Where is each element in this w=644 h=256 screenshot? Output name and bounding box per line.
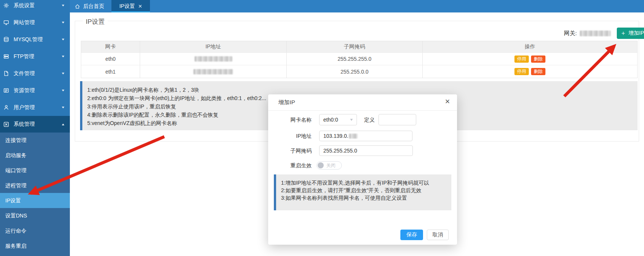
add-ip-button[interactable]: ＋ 增加IP [617,28,644,39]
custom-input[interactable] [378,114,416,125]
ip-last-octet-redacted [349,134,358,139]
home-icon [75,4,80,9]
database-icon [3,37,9,43]
save-button[interactable]: 保存 [400,230,423,240]
note-line: 3:如果网卡名称列表找所用网卡名，可使用自定义设置 [281,194,451,202]
subnet-mask-label: 子网掩码 [268,148,312,154]
table-row: eth1 255.255.0.0 停用 删除 [81,65,637,78]
note-line: 1:增加IP地址不用设置网关,选择网卡后，有IP和子网掩码就可以 [281,179,451,187]
nic-name-label: 网卡名称 [268,117,312,123]
gateway-row: 网关: [564,30,611,37]
sidebar-item-file-manage[interactable]: 文件管理 ▼ [0,65,70,82]
file-icon [3,71,9,77]
mask-cell: 255.255.255.0 [287,53,423,65]
active-tab-underline [111,11,150,12]
ip-address-label: IP地址 [268,133,312,140]
chevron-down-icon: ▼ [61,38,65,41]
chevron-down-icon: ▼ [349,118,354,122]
delete-button[interactable]: 删除 [531,68,545,75]
sidebar-subitem-connection-manage[interactable]: 连接管理 [0,133,70,148]
table-row: eth0 255.255.255.0 停用 删除 [81,52,637,65]
chevron-down-icon: ▼ [61,21,65,24]
monitor-icon [3,20,9,26]
chevron-down-icon: ▼ [61,4,65,7]
nic-name-select-value: eth0:0 [323,117,338,123]
sidebar-subitem-dns-settings[interactable]: 设置DNS [0,208,70,223]
ip-address-input[interactable]: 103.139.0. [319,131,412,141]
nic-cell: eth0 [81,53,140,65]
dialog-help-notes: 1:增加IP地址不用设置网关,选择网卡后，有IP和子网掩码就可以 2:如要重启后… [274,174,451,210]
note-line: 1:eth(0/1/2)是Linux的网卡名称，为第1，2，3块 [87,86,638,94]
tab-home-label: 后台首页 [83,3,104,10]
ip-table: 网卡 IP地址 子网掩码 操作 eth0 255.255.255.0 停用 删除… [81,41,638,78]
add-ip-dialog: 增加IP × 网卡名称 eth0:0 ▼ 定义 IP地址 103.139.0. … [268,94,457,245]
actions-cell: 停用 删除 [423,53,637,65]
gateway-value-redacted [580,31,611,36]
sidebar-item-system-manage[interactable]: 系统管理 ▲ [0,116,70,133]
subnet-mask-input[interactable] [319,145,413,156]
tab-home[interactable]: 后台首页 [75,0,104,12]
close-icon[interactable]: × [138,3,142,9]
toggle-state-label: 关闭 [326,162,335,169]
tab-bar: 后台首页 IP设置 × [70,0,644,12]
sidebar-item-label: 用户管理 [14,104,62,111]
sidebar-subitem-process-manage[interactable]: 进程管理 [0,178,70,193]
custom-label: 定义 [359,117,375,123]
sidebar-item-label: MYSQL管理 [14,36,62,43]
sidebar-subitem-run-command[interactable]: 运行命令 [0,223,70,238]
actions-cell: 停用 删除 [423,65,637,78]
sidebar-item-label: 文件管理 [14,70,62,77]
plus-icon: ＋ [620,30,626,36]
table-header-row: 网卡 IP地址 子网掩码 操作 [81,41,637,52]
column-header-ip: IP地址 [140,41,287,52]
sidebar-item-label: 网站管理 [14,19,62,26]
close-icon[interactable]: × [445,97,450,106]
tools-icon [3,121,9,127]
nic-name-select[interactable]: eth0:0 ▼ [319,114,357,125]
gear-icon [3,3,9,9]
sidebar-item-resource-manage[interactable]: 资源管理 ▼ [0,82,70,99]
ip-address-value: 103.139.0. [323,133,348,139]
nic-cell: eth1 [81,65,140,78]
cancel-button[interactable]: 取消 [427,230,449,240]
sidebar-item-ftp-manage[interactable]: FTP管理 ▼ [0,48,70,65]
dialog-header [268,94,457,111]
user-icon [3,105,9,111]
chevron-down-icon: ▼ [61,106,65,109]
add-ip-button-label: 增加IP [629,30,644,37]
ip-cell [140,65,287,78]
app: 系统设置 ▼ 网站管理 ▼ MYSQL管理 ▼ [0,0,644,256]
sidebar-item-system-settings[interactable]: 系统设置 ▼ [0,0,70,14]
tab-ip-settings[interactable]: IP设置 × [111,0,150,12]
chevron-down-icon: ▼ [61,89,65,92]
sidebar-item-label: FTP管理 [14,53,62,60]
chevron-down-icon: ▼ [61,55,65,58]
toggle-knob [318,162,324,168]
list-icon [3,88,9,94]
column-header-mask: 子网掩码 [287,41,423,52]
restart-toggle[interactable]: 关闭 [317,161,342,170]
sidebar-subitem-ip-settings[interactable]: IP设置 [0,193,70,208]
column-header-nic: 网卡 [81,41,140,52]
sidebar-submenu: 连接管理 启动服务 端口管理 进程管理 IP设置 设置DNS 运行命令 服务重启 [0,133,70,256]
page-title: IP设置 [83,17,108,26]
sidebar-item-website-manage[interactable]: 网站管理 ▼ [0,14,70,31]
sidebar-item-label: 系统管理 [14,121,62,128]
stop-button[interactable]: 停用 [514,56,529,63]
tab-ip-settings-label: IP设置 [119,3,135,10]
ip-value-redacted [195,56,232,62]
gateway-label: 网关: [564,30,577,37]
note-line: 2:如要重启后生效，请打开"重启生效"开关，否则重启后无效 [281,187,451,194]
sidebar-subitem-port-manage[interactable]: 端口管理 [0,163,70,178]
sidebar-item-user-manage[interactable]: 用户管理 ▼ [0,99,70,116]
stop-button[interactable]: 停用 [514,68,529,75]
restart-effective-label: 重启生效 [268,162,312,169]
sidebar-subitem-service-restart[interactable]: 服务重启 [0,238,70,253]
sidebar-item-mysql-manage[interactable]: MYSQL管理 ▼ [0,31,70,48]
dialog-title: 增加IP [278,99,295,106]
mask-cell: 255.255.0.0 [287,65,423,78]
delete-button[interactable]: 删除 [531,56,545,63]
server-icon [3,54,9,60]
sidebar: 系统设置 ▼ 网站管理 ▼ MYSQL管理 ▼ [0,0,70,256]
sidebar-subitem-start-service[interactable]: 启动服务 [0,148,70,163]
